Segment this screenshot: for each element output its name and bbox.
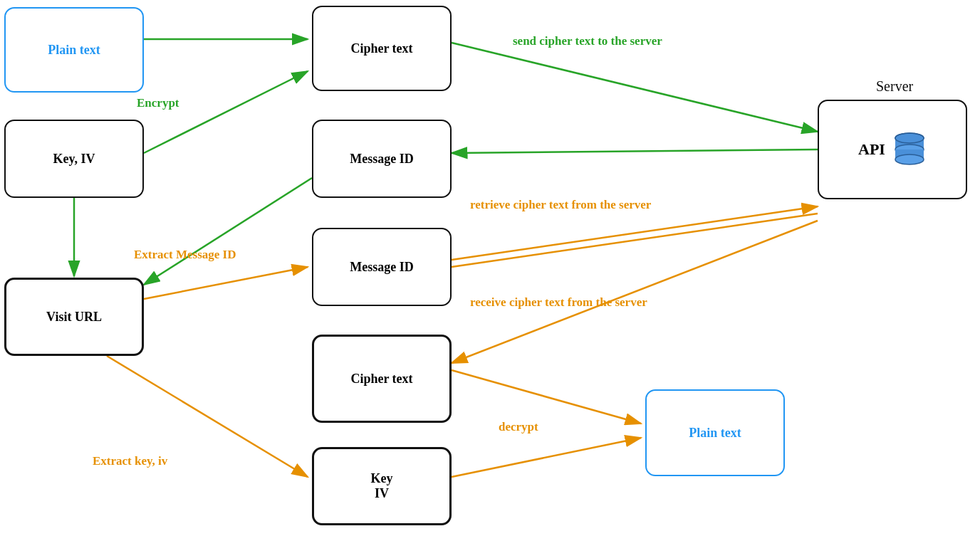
- plain-text-top-label: Plain text: [48, 43, 100, 58]
- api-label: API: [858, 140, 885, 159]
- extract-msg-id-text: Extract Message ID: [134, 248, 236, 261]
- message-id-mid-box: Message ID: [312, 228, 452, 306]
- plain-text-bot-label: Plain text: [689, 426, 741, 441]
- key-iv-bot-box: Key IV: [312, 447, 452, 525]
- svg-line-13: [452, 221, 818, 363]
- extract-key-iv-text: Extract key, iv: [93, 454, 167, 468]
- key-iv-top-box: Key, IV: [4, 120, 144, 198]
- svg-line-12: [452, 214, 818, 267]
- server-label: Server: [876, 78, 913, 95]
- svg-line-5: [144, 71, 308, 153]
- extract-key-iv-label: Extract key, iv: [93, 454, 167, 468]
- send-cipher-text: send cipher text to the server: [513, 34, 662, 48]
- message-id-mid-label: Message ID: [350, 260, 413, 275]
- svg-line-6: [452, 43, 818, 132]
- send-cipher-label: send cipher text to the server: [513, 34, 662, 48]
- svg-point-21: [895, 154, 924, 164]
- decrypt-label: decrypt: [499, 420, 538, 434]
- retrieve-cipher-label: retrieve cipher text from the server: [470, 198, 651, 212]
- visit-url-label: Visit URL: [46, 310, 102, 325]
- key-iv-bot-label: Key IV: [371, 471, 393, 501]
- visit-url-box: Visit URL: [4, 278, 144, 356]
- cipher-text-bot-label: Cipher text: [350, 372, 412, 387]
- cipher-text-top-box: Cipher text: [312, 6, 452, 91]
- svg-line-15: [452, 370, 641, 424]
- cipher-text-top-label: Cipher text: [350, 41, 412, 56]
- message-id-top-box: Message ID: [312, 120, 452, 198]
- decrypt-text: decrypt: [499, 420, 538, 433]
- plain-text-top-box: Plain text: [4, 7, 144, 93]
- svg-line-11: [452, 206, 818, 260]
- receive-cipher-text: receive cipher text from the server: [470, 295, 647, 309]
- svg-line-7: [452, 149, 818, 153]
- key-iv-top-label: Key, IV: [53, 152, 95, 167]
- svg-line-10: [144, 267, 308, 299]
- svg-line-16: [452, 438, 641, 477]
- svg-line-9: [144, 178, 312, 285]
- extract-msg-id-label: Extract Message ID: [134, 248, 236, 262]
- encrypt-label: Encrypt: [137, 96, 179, 110]
- retrieve-cipher-text: retrieve cipher text from the server: [470, 198, 651, 211]
- receive-cipher-label: receive cipher text from the server: [470, 295, 647, 310]
- cipher-text-bot-box: Cipher text: [312, 335, 452, 423]
- api-box: API: [818, 100, 967, 199]
- diagram: Plain text Key, IV Visit URL Cipher text…: [0, 0, 980, 536]
- database-icon: [892, 131, 927, 168]
- server-text: Server: [876, 78, 913, 94]
- encrypt-text: Encrypt: [137, 96, 179, 110]
- plain-text-bot-box: Plain text: [645, 389, 785, 476]
- message-id-top-label: Message ID: [350, 152, 413, 167]
